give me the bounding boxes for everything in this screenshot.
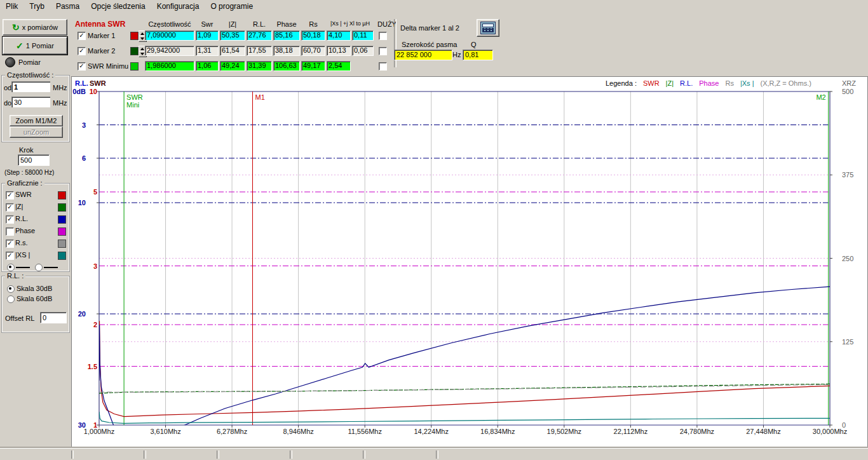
trace-checkbox-0[interactable]: ✓	[6, 191, 14, 200]
menu-item-4[interactable]: Konfiguracja	[151, 0, 205, 13]
menu-bar: PlikTrybPasmaOpcje śledzeniaKonfiguracja…	[0, 0, 868, 14]
calculator-button[interactable]	[477, 19, 499, 37]
offset-rl-input[interactable]	[40, 312, 67, 323]
col-header-1: Swr	[196, 20, 219, 28]
taskbar-separator-1	[144, 450, 146, 459]
freq-to-input[interactable]	[11, 97, 50, 107]
rl-scale-label-1: Skala 60dB	[17, 295, 52, 302]
line-style-radio-0[interactable]	[7, 264, 15, 271]
marker-1-value-4: 85,16	[273, 30, 300, 41]
single-measure-label: 1 Pomiar	[26, 42, 54, 50]
bandwidth-value: 22 852 000	[394, 50, 452, 60]
right-tick-label-4: 0	[842, 421, 846, 429]
delta-title: Delta marker 1 al 2	[400, 24, 459, 32]
single-measure-button[interactable]: ✓ 1 Pomiar	[3, 37, 67, 55]
od-label: od	[4, 84, 11, 91]
krok-input[interactable]	[18, 154, 50, 166]
menu-item-0[interactable]: Plik	[0, 0, 24, 13]
swr-minimum-checkbox[interactable]: ✓	[78, 62, 86, 71]
rl-scale-radio-0[interactable]	[7, 285, 15, 293]
menu-item-2[interactable]: Pasma	[50, 0, 85, 13]
right-tick-label-0: 500	[842, 88, 853, 95]
series-Rs	[99, 384, 830, 392]
trace-checkbox-4[interactable]: ✓	[6, 240, 14, 248]
taskbar-separator-5	[436, 450, 438, 459]
swr-minimum-value-4: 106,63	[273, 61, 300, 71]
rl-scale-group: R.L. : Offset RL Skala 30dBSkala 60dB	[1, 276, 70, 333]
marker-1-value-7: 0,11	[352, 30, 374, 41]
rl-tick-label-0: 0dB	[72, 88, 86, 95]
marker-2-duzy-checkbox[interactable]	[379, 47, 387, 55]
checkmark-icon: ✓	[16, 41, 24, 50]
bandwidth-label: Szerokość pasma	[402, 41, 457, 48]
measure-indicator-label: Pomiar	[18, 58, 41, 66]
right-axis-title: XRZ	[842, 79, 856, 87]
multi-measure-button[interactable]: ↻ x pomiarów	[3, 19, 67, 36]
x-tick-label-4: 11,556Mhz	[348, 428, 382, 435]
do-label: do	[4, 99, 11, 107]
trace-swatch-1	[58, 203, 66, 212]
trace-label-0: SWR	[15, 191, 32, 198]
marker-1-duzy-checkbox[interactable]	[379, 32, 387, 40]
trace-label-3: Phase	[15, 227, 35, 234]
marker-table: CzęstotliwośćSwr|Z|R.L.PhaseRs|Xs | +j X…	[75, 19, 393, 75]
x-tick-label-9: 24,780Mhz	[680, 428, 714, 435]
marker-1-checkbox[interactable]: ✓	[78, 32, 86, 40]
calculator-icon	[480, 22, 496, 34]
marker-2-value-3: 17,55	[247, 46, 272, 56]
trace-swatch-2	[58, 215, 66, 224]
m2-line-label-0: M2	[816, 93, 825, 101]
taskbar-separator-4	[363, 450, 365, 459]
swr-minimum-color-swatch	[130, 62, 139, 71]
swr-minimum-value-0: 1,986000	[145, 61, 194, 71]
unzoom-button[interactable]: unZoom	[10, 126, 63, 138]
trace-checkbox-3[interactable]	[6, 227, 14, 236]
x-tick-label-1: 3,610Mhz	[150, 428, 180, 435]
rl-tick-label-4: 20	[78, 310, 86, 318]
right-tick-label-2: 250	[842, 255, 853, 262]
line-style-sample-0	[16, 267, 30, 268]
measure-indicator: Pomiar	[5, 57, 41, 67]
app-window: PlikTrybPasmaOpcje śledzeniaKonfiguracja…	[0, 0, 868, 460]
m1-line-label-0: M1	[255, 93, 265, 101]
od-unit: MHz	[53, 84, 67, 91]
marker-2-color-swatch	[130, 47, 139, 55]
trace-checkbox-5[interactable]: ✓	[6, 252, 14, 260]
marker-1-label: Marker 1	[88, 32, 115, 39]
chart-plot[interactable]: 1,000Mhz3,610Mhz6,278Mhz8,946Mhz11,556Mh…	[72, 77, 867, 447]
menu-item-5[interactable]: O programie	[205, 0, 259, 13]
chart-panel: R.L. SWR Legenda :SWR|Z|R.L.PhaseRs|Xs |…	[71, 76, 868, 447]
graph-traces-group: Graficznie : ✓SWR✓|Z|✓R.L.Phase✓R.s.✓|XS…	[1, 183, 70, 272]
line-style-sample-1	[44, 267, 58, 268]
marker-1-value-6: 4,10	[327, 30, 351, 41]
trace-checkbox-2[interactable]: ✓	[6, 215, 14, 224]
line-style-radio-1[interactable]	[35, 264, 43, 271]
marker-1-value-1: 1,09	[196, 30, 219, 41]
refresh-icon: ↻	[12, 23, 20, 32]
col-header-3: R.L.	[247, 20, 272, 28]
marker-2-value-1: 1,31	[196, 46, 219, 56]
trace-label-1: |Z|	[15, 203, 23, 210]
freq-from-input[interactable]	[11, 81, 50, 92]
taskbar-separator-0	[71, 450, 74, 459]
zoom-m1-m2-button[interactable]: Zoom M1/M2	[10, 115, 63, 126]
marker-2-value-2: 61,54	[220, 46, 245, 56]
trace-label-5: |XS |	[15, 251, 30, 259]
col-header-6: |Xs | +j Xl to µH	[327, 20, 374, 27]
menu-item-3[interactable]: Opcje śledzenia	[85, 0, 151, 13]
swr-tick-label-0: 10	[90, 88, 97, 95]
marker-1-value-3: 27,76	[247, 30, 272, 41]
swr-minimum-duzy-checkbox[interactable]	[379, 62, 387, 71]
marker-1-color-swatch	[130, 32, 139, 40]
frequency-group-title: Częstotliwość :	[5, 71, 55, 79]
rl-tick-label-5: 30	[78, 421, 86, 429]
trace-label-4: R.s.	[15, 239, 28, 247]
x-tick-label-3: 8,946Mhz	[283, 428, 313, 435]
marker-2-checkbox[interactable]: ✓	[78, 47, 86, 55]
trace-swatch-0	[58, 191, 66, 200]
menu-item-1[interactable]: Tryb	[24, 0, 50, 13]
measure-knob-icon[interactable]	[5, 57, 15, 67]
col-header-4: Phase	[273, 20, 300, 28]
trace-checkbox-1[interactable]: ✓	[6, 203, 14, 212]
rl-scale-radio-1[interactable]	[7, 295, 15, 303]
